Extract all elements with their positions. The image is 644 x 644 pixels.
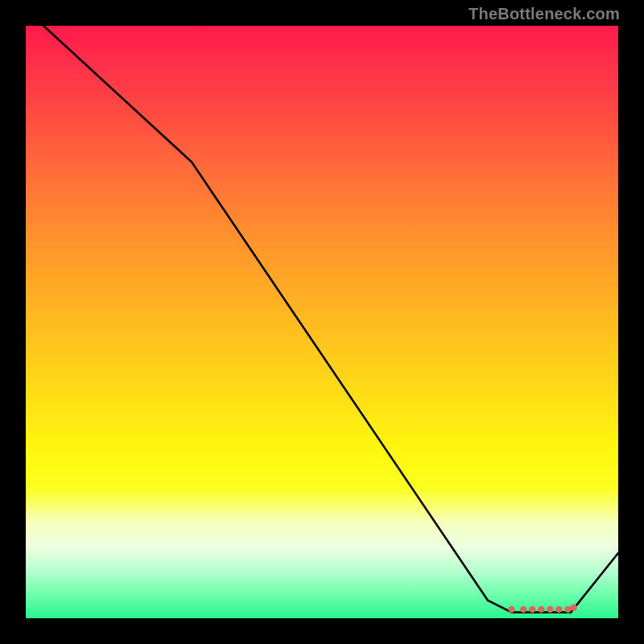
chart-marker xyxy=(555,606,562,613)
chart-marker xyxy=(571,605,577,611)
chart-plot-area xyxy=(26,26,618,618)
watermark-text: TheBottleneck.com xyxy=(469,5,620,23)
chart-marker xyxy=(564,606,571,613)
chart-frame: TheBottleneck.com xyxy=(0,0,644,644)
chart-marker xyxy=(508,606,514,613)
chart-svg xyxy=(26,26,618,618)
chart-marker xyxy=(547,606,553,613)
chart-markers xyxy=(508,605,577,613)
chart-marker xyxy=(520,606,526,613)
chart-marker xyxy=(529,606,535,613)
chart-line xyxy=(26,26,618,613)
chart-marker xyxy=(538,606,544,613)
